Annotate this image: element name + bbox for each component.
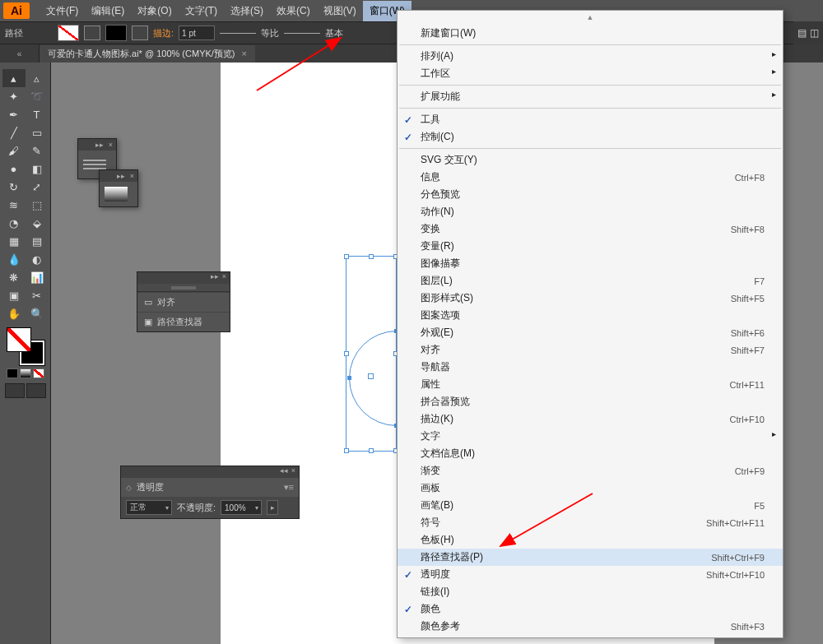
menu-file[interactable]: 文件(F) [40,1,85,21]
menu-view[interactable]: 视图(V) [317,1,363,21]
shape-builder-tool[interactable]: ◔ [2,214,26,232]
menu-item[interactable]: SVG 交互(Y) [398,151,783,169]
blend-tool[interactable]: ◐ [26,250,49,268]
menu-item[interactable]: 文档信息(M) [398,445,783,462]
chevron-icon[interactable]: ▸▸ [117,172,125,180]
eyedropper-tool[interactable]: 💧 [2,250,26,268]
pencil-tool[interactable]: ✎ [26,141,49,160]
close-icon[interactable]: × [109,141,113,149]
menu-item[interactable]: 控制(C) [398,128,783,146]
stroke-weight-input[interactable]: 1 pt [179,25,215,40]
menu-item[interactable]: 文字 [398,428,783,445]
menu-item[interactable]: 分色预览 [398,186,783,203]
transparency-panel[interactable]: ◂◂× ◇透明度▾≡ 正常 不透明度: 100% ▸ [120,466,300,519]
scale-tool[interactable]: ⤢ [26,178,49,196]
slice-tool[interactable]: ✂ [26,286,49,304]
color-mode-none[interactable] [33,368,44,378]
menu-item[interactable]: 工具 [398,111,783,128]
dash-preview[interactable] [220,33,256,34]
eraser-tool[interactable]: ◧ [26,160,49,178]
menu-item[interactable]: 颜色参考Shift+F3 [398,618,783,635]
blob-brush-tool[interactable]: ● [2,160,26,178]
menu-item[interactable]: 色板(H) [398,531,783,549]
tabs-scroll[interactable]: « [0,44,40,63]
menu-item[interactable]: 排列(A) [398,48,783,65]
menu-item[interactable]: 图像描摹 [398,255,783,272]
transparency-tab[interactable]: 透明度 [132,480,169,495]
menu-type[interactable]: 文字(T) [179,1,224,21]
menu-item[interactable]: 渐变Ctrl+F9 [398,462,783,480]
fill-options[interactable] [84,25,100,40]
menu-item[interactable]: 图案选项 [398,307,783,324]
color-mode-solid[interactable] [7,368,18,378]
menu-edit[interactable]: 编辑(E) [85,1,131,21]
direct-select-tool[interactable]: ▵ [26,69,49,87]
lasso-tool[interactable]: ➰ [26,87,49,105]
fill-stroke-control[interactable] [7,327,44,365]
type-tool[interactable]: T [26,105,49,123]
menu-effect[interactable]: 效果(C) [270,1,317,21]
menu-item[interactable]: 描边(K)Ctrl+F10 [398,410,783,428]
selection-tool[interactable]: ▴ [2,69,26,87]
align-panel[interactable]: ▸▸× ▭对齐 ▣路径查找器 [137,271,230,332]
rotate-tool[interactable]: ↻ [2,178,26,196]
menu-item[interactable]: 动作(N) [398,203,783,220]
rectangle-tool[interactable]: ▭ [26,123,49,141]
menu-item[interactable]: 外观(E)Shift+F6 [398,324,783,341]
dash-preview2[interactable] [284,33,320,34]
collapse-icon[interactable]: ◂◂ [280,466,288,478]
color-mode-gradient[interactable] [20,368,31,378]
chevron-icon[interactable]: ▸▸ [211,272,219,284]
artboard-tool[interactable]: ▣ [2,286,26,304]
scroll-up-icon[interactable]: ▲ [398,13,783,25]
menu-item[interactable]: 颜色 [398,600,783,618]
menu-item[interactable]: 画板 [398,480,783,497]
menu-item[interactable]: 导航器 [398,359,783,376]
menu-item[interactable]: 变量(R) [398,238,783,255]
fill-box[interactable] [7,327,31,352]
stroke-label[interactable]: 描边: [153,27,174,39]
close-icon[interactable]: × [130,172,134,180]
opacity-slider-icon[interactable]: ▸ [267,500,278,515]
pathfinder-tab[interactable]: ▣路径查找器 [137,312,230,331]
draw-mode-normal[interactable] [5,383,25,398]
line-tool[interactable]: ╱ [2,123,26,141]
menu-item[interactable]: 信息Ctrl+F8 [398,169,783,186]
menu-item[interactable]: 路径查找器(P)Shift+Ctrl+F9 [398,549,783,566]
mini-panel-2[interactable]: ▸▸× [99,169,138,207]
document-tab[interactable]: 可爱的卡通人物图标.ai* @ 100% (CMYK/预览) × [40,45,255,63]
magic-wand-tool[interactable]: ✦ [2,87,26,105]
menu-item[interactable]: 工作区 [398,65,783,82]
align-tab[interactable]: ▭对齐 [137,292,230,312]
fill-swatch[interactable] [58,25,79,41]
close-icon[interactable]: × [222,272,226,284]
stroke-options[interactable] [132,25,148,40]
brush-tool[interactable]: 🖌 [2,141,26,160]
graph-tool[interactable]: 📊 [26,268,49,286]
chevron-icon[interactable]: ▸▸ [95,141,104,149]
free-transform-tool[interactable]: ⬚ [26,196,49,214]
zoom-tool[interactable]: 🔍 [26,304,49,322]
width-tool[interactable]: ≋ [2,196,26,214]
perspective-tool[interactable]: ⬙ [26,214,49,232]
menu-object[interactable]: 对象(O) [131,1,178,21]
hand-tool[interactable]: ✋ [2,304,26,322]
close-tab-icon[interactable]: × [242,49,247,58]
menu-item[interactable]: 透明度Shift+Ctrl+F10 [398,566,783,583]
menu-item[interactable]: 图形样式(S)Shift+F5 [398,290,783,307]
right-toolbar[interactable]: ▤ ◫ [793,21,823,44]
menu-item[interactable]: 图层(L)F7 [398,272,783,290]
menu-item[interactable]: 符号Shift+Ctrl+F11 [398,514,783,531]
symbol-sprayer-tool[interactable]: ❋ [2,268,26,286]
menu-item[interactable]: 新建窗口(W) [398,25,783,42]
menu-item[interactable]: 变换Shift+F8 [398,220,783,238]
opacity-input[interactable]: 100% [221,500,262,515]
menu-item[interactable]: 对齐Shift+F7 [398,341,783,359]
menu-item[interactable]: 属性Ctrl+F11 [398,376,783,393]
menu-item[interactable]: 扩展功能 [398,88,783,105]
gradient-tool[interactable]: ▤ [26,232,49,250]
menu-item[interactable]: 链接(I) [398,583,783,600]
menu-item[interactable]: 画笔(B)F5 [398,497,783,514]
menu-select[interactable]: 选择(S) [224,1,270,21]
stroke-swatch[interactable] [105,25,127,41]
